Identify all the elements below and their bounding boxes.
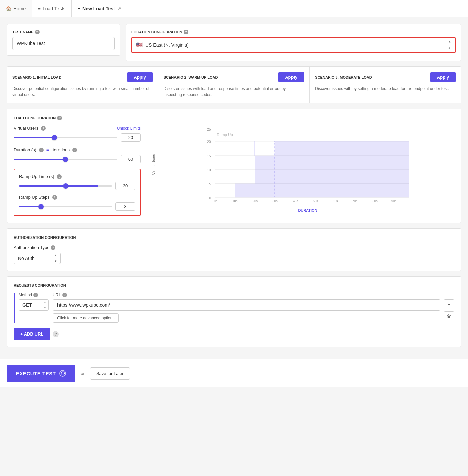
ramp-up-box: Ramp Up Time (s) ? Ramp Up Steps ? bbox=[14, 169, 141, 216]
svg-text:10: 10 bbox=[207, 168, 211, 172]
add-row-button[interactable]: + bbox=[444, 299, 454, 309]
or-text: or bbox=[81, 371, 85, 376]
test-name-help-icon[interactable]: ? bbox=[35, 30, 40, 34]
auth-type-label: Authorization Type ? bbox=[14, 245, 454, 250]
chart-area: 0 5 10 15 20 25 bbox=[161, 126, 454, 203]
url-label: URL ? bbox=[53, 293, 440, 297]
ramp-up-steps-help-icon[interactable]: ? bbox=[52, 195, 57, 200]
scenario-2-apply-button[interactable]: Apply bbox=[278, 72, 304, 82]
home-label: Home bbox=[13, 6, 26, 11]
location-box: 🇺🇸 US East (N. Virginia) ⌃⌄ bbox=[131, 37, 456, 53]
scenario-1-apply-button[interactable]: Apply bbox=[127, 72, 153, 82]
svg-text:15: 15 bbox=[207, 154, 211, 158]
unlock-limits-link[interactable]: Unlock Limits bbox=[117, 126, 141, 131]
scenario-2-desc: Discover issues with load and response t… bbox=[164, 86, 304, 98]
svg-text:40s: 40s bbox=[293, 199, 298, 203]
breadcrumb-home[interactable]: 🏠 Home bbox=[0, 0, 32, 17]
auth-type-select[interactable]: No Auth Basic Auth Bearer Token API Key bbox=[14, 253, 61, 264]
virtual-users-value[interactable] bbox=[121, 133, 141, 142]
method-select-wrapper: GET POST PUT DELETE PATCH ⌃⌄ bbox=[19, 299, 49, 311]
url-input[interactable] bbox=[53, 299, 440, 311]
breadcrumb-load-tests[interactable]: ≡ Load Tests bbox=[32, 0, 72, 17]
svg-text:30s: 30s bbox=[272, 199, 277, 203]
location-label: LOCATION CONFIGURATION ? bbox=[131, 30, 456, 34]
requests-title: REQUESTS CONFIGURATION bbox=[14, 283, 454, 287]
ramp-up-time-value[interactable] bbox=[115, 182, 135, 190]
duration-label: Duration (s) bbox=[14, 147, 36, 152]
location-select[interactable]: 🇺🇸 US East (N. Virginia) bbox=[132, 39, 455, 51]
load-config-section: LOAD CONFIGURATION ? Virtual Users ? Unl… bbox=[7, 109, 461, 223]
authorization-section: AUTHORIZATION CONFIGURATION Authorizatio… bbox=[7, 228, 461, 271]
ramp-up-steps-slider[interactable] bbox=[19, 206, 112, 207]
advanced-options-button[interactable]: Click for more advanced options bbox=[53, 313, 119, 323]
method-help-icon[interactable]: ? bbox=[33, 293, 38, 297]
svg-text:90s: 90s bbox=[391, 199, 396, 203]
iterations-label: Iterations bbox=[52, 147, 70, 152]
method-select[interactable]: GET POST PUT DELETE PATCH bbox=[19, 299, 49, 311]
ramp-up-steps-value[interactable] bbox=[115, 202, 135, 211]
svg-text:0: 0 bbox=[209, 196, 211, 200]
ramp-up-steps-label: Ramp Up Steps bbox=[19, 195, 50, 200]
execute-test-label: EXECUTE TEST bbox=[16, 371, 56, 376]
scenario-3-card: SCENARIO 3: MODERATE LOAD Apply Discover… bbox=[310, 67, 461, 103]
svg-text:80s: 80s bbox=[372, 199, 377, 203]
breadcrumb: 🏠 Home ≡ Load Tests + New Load Test ↗ bbox=[0, 0, 468, 17]
load-tests-label: Load Tests bbox=[43, 6, 65, 11]
add-url-row: + ADD URL ? bbox=[14, 328, 454, 340]
method-group: Method ? GET POST PUT DELETE PATCH ⌃ bbox=[19, 293, 49, 311]
svg-text:50s: 50s bbox=[313, 199, 318, 203]
ramp-up-time-label: Ramp Up Time (s) bbox=[19, 174, 54, 179]
plus-icon: + bbox=[78, 6, 80, 11]
ramp-up-time-help-icon[interactable]: ? bbox=[57, 174, 62, 179]
request-block: Method ? GET POST PUT DELETE PATCH ⌃ bbox=[14, 293, 440, 323]
add-url-button[interactable]: + ADD URL bbox=[14, 328, 50, 340]
svg-text:60s: 60s bbox=[333, 199, 338, 203]
chart-y-axis-label: Virtual Users bbox=[149, 126, 159, 203]
virtual-users-slider[interactable] bbox=[14, 137, 117, 138]
svg-text:20s: 20s bbox=[253, 199, 258, 203]
ramp-up-time-slider[interactable] bbox=[19, 185, 112, 187]
duration-value[interactable] bbox=[121, 155, 141, 163]
load-config-title: LOAD CONFIGURATION ? bbox=[14, 116, 454, 120]
iterations-help-icon[interactable]: ? bbox=[72, 148, 77, 152]
duration-slider[interactable] bbox=[14, 159, 117, 160]
list-icon: ≡ bbox=[38, 6, 41, 11]
scenario-2-title: SCENARIO 2: WARM-UP LOAD bbox=[164, 75, 218, 79]
location-help-icon[interactable]: ? bbox=[184, 30, 188, 34]
url-group: URL ? Click for more advanced options bbox=[53, 293, 440, 323]
location-flag: 🇺🇸 bbox=[136, 42, 143, 48]
equals-icon: = bbox=[46, 147, 49, 152]
auth-type-select-wrapper: No Auth Basic Auth Bearer Token API Key … bbox=[14, 253, 61, 264]
location-select-wrapper: 🇺🇸 US East (N. Virginia) ⌃⌄ bbox=[132, 39, 455, 51]
add-url-help-icon[interactable]: ? bbox=[53, 331, 59, 337]
home-icon: 🏠 bbox=[6, 6, 11, 11]
virtual-users-help-icon[interactable]: ? bbox=[41, 126, 46, 131]
auth-title: AUTHORIZATION CONFIGURATION bbox=[14, 235, 454, 240]
duration-help-icon[interactable]: ? bbox=[39, 148, 44, 152]
action-buttons: + 🗑 bbox=[444, 293, 454, 321]
scenario-3-title: SCENARIO 3: MODERATE LOAD bbox=[315, 75, 372, 79]
url-help-icon[interactable]: ? bbox=[62, 293, 67, 297]
method-label: Method ? bbox=[19, 293, 49, 297]
test-name-label: TEST NAME ? bbox=[12, 30, 115, 34]
breadcrumb-new-load-test[interactable]: + New Load Test ↗ bbox=[72, 0, 127, 17]
delete-row-button[interactable]: 🗑 bbox=[444, 311, 454, 321]
scenario-3-apply-button[interactable]: Apply bbox=[430, 72, 456, 82]
svg-text:70s: 70s bbox=[352, 199, 357, 203]
footer: EXECUTE TEST ⓘ or Save for Later bbox=[0, 359, 468, 387]
execute-info-icon: ⓘ bbox=[59, 370, 66, 377]
external-link-icon: ↗ bbox=[118, 6, 121, 11]
scenarios-row: SCENARIO 1: INITIAL LOAD Apply Discover … bbox=[7, 66, 461, 103]
svg-text:25: 25 bbox=[207, 128, 211, 131]
auth-type-help-icon[interactable]: ? bbox=[51, 245, 55, 250]
chart-x-axis-label: DURATION bbox=[161, 207, 454, 213]
svg-text:0s: 0s bbox=[214, 199, 217, 203]
scenario-1-desc: Discover potential configuration issues … bbox=[12, 86, 153, 98]
load-config-help-icon[interactable]: ? bbox=[57, 116, 62, 120]
virtual-users-label: Virtual Users bbox=[14, 126, 38, 131]
execute-test-button[interactable]: EXECUTE TEST ⓘ bbox=[7, 365, 75, 382]
scenario-1-card: SCENARIO 1: INITIAL LOAD Apply Discover … bbox=[7, 67, 158, 103]
new-load-test-label: New Load Test bbox=[82, 6, 115, 11]
save-for-later-button[interactable]: Save for Later bbox=[90, 367, 130, 380]
test-name-input[interactable] bbox=[12, 37, 115, 50]
